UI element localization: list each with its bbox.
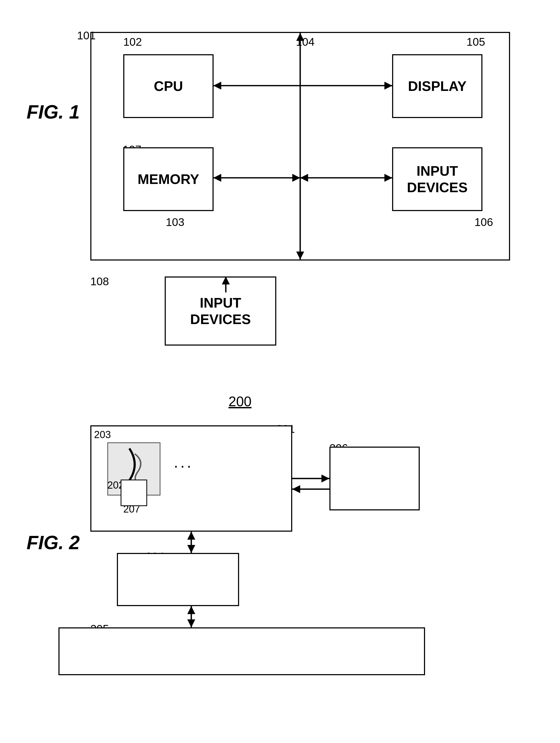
ref-108: 108 <box>90 275 109 288</box>
svg-marker-11 <box>384 174 392 182</box>
box-204 <box>117 553 239 606</box>
svg-marker-2 <box>384 82 392 90</box>
cpu-box: CPU <box>123 54 214 118</box>
svg-marker-16 <box>321 475 329 482</box>
memory-label: MEMORY <box>138 171 199 187</box>
fig2-container: 200 FIG. 2 201 203 202 207 ... <box>16 420 544 686</box>
ref-200: 200 <box>228 393 251 409</box>
svg-marker-10 <box>300 174 308 182</box>
ref-207: 207 <box>123 504 140 515</box>
ref-106: 106 <box>474 216 493 229</box>
page: FIG. 1 101 102 CPU 105 DISPLAY 107 MEMOR… <box>0 0 560 743</box>
ref-203: 203 <box>94 429 111 440</box>
svg-marker-24 <box>187 619 195 627</box>
box-205 <box>58 627 425 675</box>
svg-marker-1 <box>213 82 221 90</box>
svg-marker-18 <box>292 485 300 493</box>
svg-marker-20 <box>187 532 195 540</box>
fig1-container: FIG. 1 101 102 CPU 105 DISPLAY 107 MEMOR… <box>16 16 544 367</box>
ref-102: 102 <box>123 36 142 48</box>
memory-box: MEMORY <box>123 147 214 211</box>
ref-105: 105 <box>466 36 485 48</box>
ref-103: 103 <box>166 216 184 229</box>
fig1-outer-box: 102 CPU 105 DISPLAY 107 MEMORY 103 106 <box>90 32 510 261</box>
fig1-label: FIG. 1 <box>27 101 80 123</box>
svg-marker-5 <box>296 252 304 259</box>
dots-201: ... <box>174 453 193 471</box>
browser-box: 203 202 207 ... <box>90 425 292 532</box>
input-inner-label: INPUTDEVICES <box>407 163 468 196</box>
svg-marker-7 <box>213 174 221 182</box>
display-box: DISPLAY <box>392 54 482 118</box>
fig2-label: FIG. 2 <box>27 532 80 554</box>
svg-marker-23 <box>187 606 195 614</box>
box-206 <box>329 447 420 511</box>
ref-104: 104 <box>296 36 315 48</box>
input-devices-outer-box: INPUTDEVICES <box>165 276 276 346</box>
cpu-label: CPU <box>154 78 183 94</box>
small-box-202 <box>121 480 147 506</box>
input-outer-label: INPUTDEVICES <box>190 295 251 328</box>
input-devices-inner-box: INPUTDEVICES <box>392 147 482 211</box>
svg-marker-21 <box>187 545 195 553</box>
svg-marker-8 <box>292 174 300 182</box>
display-label: DISPLAY <box>408 78 467 94</box>
